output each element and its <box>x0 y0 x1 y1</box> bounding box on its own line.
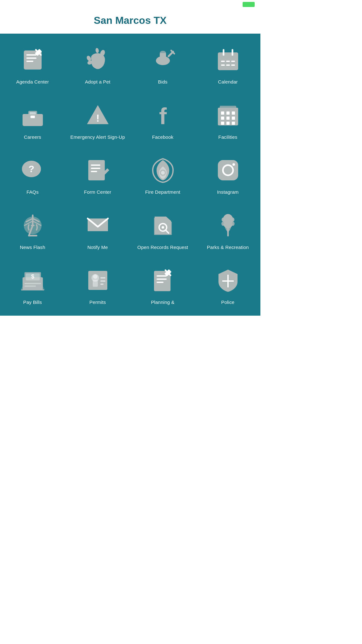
item-label-form-center: Form Center <box>84 189 111 195</box>
bids-icon <box>149 46 177 74</box>
facebook-icon: f <box>149 101 177 130</box>
svg-rect-21 <box>221 64 225 66</box>
emergency-icon: ! <box>84 101 112 130</box>
svg-rect-48 <box>91 168 100 169</box>
grid-item-instagram[interactable]: Instagram <box>195 147 260 202</box>
grid-item-agenda-center[interactable]: Agenda Center <box>0 37 65 92</box>
app-header: San Marcos TX <box>0 9 260 34</box>
grid-item-news-flash[interactable]: News Flash <box>0 202 65 258</box>
instagram-icon <box>214 156 242 184</box>
svg-rect-82 <box>100 277 105 278</box>
svg-rect-35 <box>226 111 230 115</box>
main-grid: Agenda Center Adopt a Pet <box>0 34 260 316</box>
grid-item-pay-bills[interactable]: $ Pay Bills <box>0 257 65 312</box>
svg-rect-33 <box>220 106 236 109</box>
agenda-icon <box>18 46 47 74</box>
grid-item-notify-me[interactable]: Notify Me <box>65 202 130 258</box>
item-label-news-flash: News Flash <box>20 244 45 251</box>
planning-icon <box>149 266 177 295</box>
open-records-icon <box>149 211 177 240</box>
notify-icon <box>84 211 112 240</box>
grid-item-police[interactable]: Police <box>195 257 260 312</box>
grid-item-emergency-alert[interactable]: ! Emergency Alert Sign-Up <box>65 92 130 147</box>
svg-rect-1 <box>26 54 37 56</box>
svg-text:?: ? <box>28 164 34 174</box>
item-label-police: Police <box>221 299 235 305</box>
item-label-agenda-center: Agenda Center <box>16 79 49 85</box>
fire-icon <box>149 156 177 184</box>
grid-item-bids[interactable]: Bids <box>130 37 195 92</box>
svg-rect-37 <box>221 117 224 120</box>
item-label-careers: Careers <box>24 134 41 140</box>
grid-item-open-records[interactable]: Open Records Request <box>130 202 195 258</box>
grid-item-faqs[interactable]: ? FAQs <box>0 147 65 202</box>
item-label-faqs: FAQs <box>26 189 38 195</box>
grid-item-permits[interactable]: Permits <box>65 257 130 312</box>
status-bar <box>0 0 260 9</box>
item-label-fire-department: Fire Department <box>145 189 180 195</box>
form-center-icon <box>84 156 112 184</box>
svg-text:f: f <box>159 104 167 128</box>
svg-rect-2 <box>26 57 37 59</box>
item-label-planning: Planning & <box>151 299 174 305</box>
battery-icon <box>243 2 255 7</box>
svg-rect-87 <box>157 278 167 280</box>
svg-rect-19 <box>226 61 230 62</box>
app-title: San Marcos TX <box>0 15 260 26</box>
svg-rect-88 <box>157 282 164 283</box>
svg-rect-83 <box>100 280 105 282</box>
item-label-calendar: Calendar <box>218 79 238 85</box>
svg-rect-84 <box>100 284 104 285</box>
svg-text:!: ! <box>96 112 99 124</box>
grid-item-careers[interactable]: Careers <box>0 92 65 147</box>
svg-rect-46 <box>88 160 105 180</box>
pay-bills-icon: $ <box>18 266 47 295</box>
pet-icon <box>84 46 112 74</box>
calendar-icon <box>214 46 242 74</box>
svg-point-51 <box>161 171 165 175</box>
grid-item-facilities[interactable]: Facilities <box>195 92 260 147</box>
item-label-notify-me: Notify Me <box>87 244 108 251</box>
svg-rect-42 <box>232 122 235 125</box>
permits-icon <box>84 266 112 295</box>
svg-rect-20 <box>231 61 235 62</box>
svg-rect-22 <box>226 64 230 66</box>
grid-item-planning[interactable]: Planning & <box>130 257 195 312</box>
item-label-permits: Permits <box>90 299 106 305</box>
svg-point-54 <box>232 163 235 166</box>
svg-rect-49 <box>91 171 97 172</box>
item-label-pay-bills: Pay Bills <box>23 299 42 305</box>
svg-rect-38 <box>226 117 230 120</box>
item-label-facilities: Facilities <box>218 134 238 140</box>
parks-icon <box>214 211 242 240</box>
svg-point-6 <box>95 48 99 53</box>
grid-item-adopt-a-pet[interactable]: Adopt a Pet <box>65 37 130 92</box>
svg-rect-28 <box>30 116 35 118</box>
facilities-icon <box>214 101 242 130</box>
svg-point-67 <box>162 226 164 229</box>
grid-item-calendar[interactable]: Calendar <box>195 37 260 92</box>
svg-rect-34 <box>221 111 224 115</box>
svg-point-80 <box>93 274 97 279</box>
grid-item-parks[interactable]: Parks & Recreation <box>195 202 260 258</box>
svg-rect-3 <box>26 61 33 62</box>
svg-rect-36 <box>232 111 235 115</box>
grid-item-facebook[interactable]: f Facebook <box>130 92 195 147</box>
grid-item-fire-department[interactable]: Fire Department <box>130 147 195 202</box>
item-label-emergency-alert: Emergency Alert Sign-Up <box>70 134 125 140</box>
grid-item-form-center[interactable]: Form Center <box>65 147 130 202</box>
item-label-open-records: Open Records Request <box>137 244 188 251</box>
police-icon <box>214 266 242 295</box>
item-label-instagram: Instagram <box>217 189 238 195</box>
svg-rect-18 <box>221 61 225 62</box>
item-label-facebook: Facebook <box>152 134 173 140</box>
svg-rect-40 <box>221 122 224 125</box>
svg-rect-52 <box>218 160 238 180</box>
svg-rect-81 <box>93 280 98 287</box>
faqs-icon: ? <box>18 156 47 184</box>
svg-point-11 <box>160 51 166 55</box>
item-label-adopt-a-pet: Adopt a Pet <box>85 79 110 85</box>
svg-text:$: $ <box>31 273 34 280</box>
item-label-parks: Parks & Recreation <box>207 244 249 251</box>
news-flash-icon <box>18 211 47 240</box>
